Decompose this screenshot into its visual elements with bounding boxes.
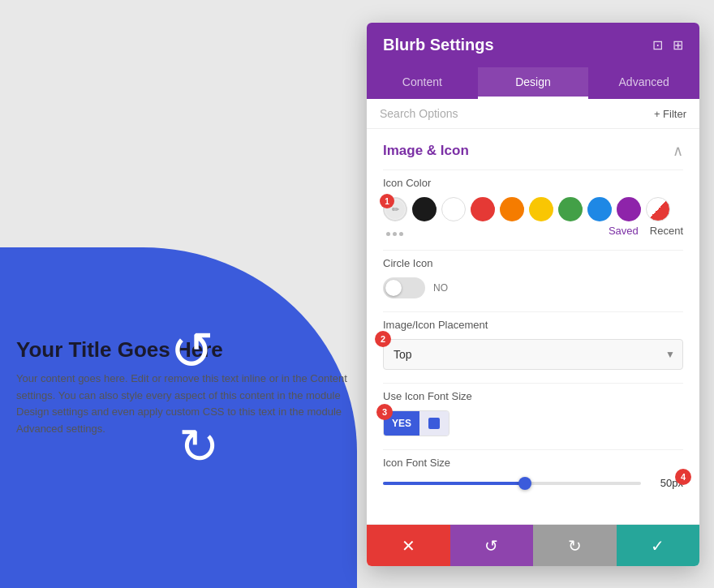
swatch-blue[interactable] <box>587 197 612 221</box>
tab-design[interactable]: Design <box>478 67 589 99</box>
circle-icon-toggle[interactable] <box>383 277 425 298</box>
redo-button[interactable]: ↻ <box>533 525 617 566</box>
icon-color-label: Icon Color <box>383 177 683 189</box>
color-swatches: 1 ✏ <box>383 197 683 221</box>
swatch-footer-labels: Saved Recent <box>609 225 683 237</box>
swatch-more-dots[interactable] <box>383 225 403 236</box>
swatch-diagonal[interactable] <box>646 197 670 221</box>
placement-select[interactable]: Top Left Right Bottom <box>383 339 683 370</box>
slider-row: 50px 4 <box>383 477 683 489</box>
badge-1: 1 <box>380 194 394 208</box>
dot1 <box>386 232 390 236</box>
tab-advanced[interactable]: Advanced <box>588 67 699 99</box>
slider-track <box>383 482 641 485</box>
saved-label[interactable]: Saved <box>609 225 639 237</box>
placement-field: Image/Icon Placement 2 Top Left Right Bo… <box>367 312 699 383</box>
panel-search: Search Options + Filter <box>367 99 699 129</box>
badge-2: 2 <box>375 331 391 347</box>
resize-icon[interactable]: ⊡ <box>652 37 663 53</box>
slider-fill <box>383 482 525 485</box>
section-title-image-icon: Image & Icon <box>383 143 469 159</box>
refresh-icon: ↻ <box>170 320 214 381</box>
swatch-green[interactable] <box>558 197 583 221</box>
panel-toolbar: ✕ ↺ ↻ ✓ <box>367 524 699 566</box>
swatch-black[interactable] <box>412 197 437 221</box>
yes-toggle-box <box>419 411 449 436</box>
panel-body: Image & Icon ∧ Icon Color 1 ✏ <box>367 129 699 524</box>
undo-button[interactable]: ↺ <box>450 525 534 566</box>
placement-label: Image/Icon Placement <box>383 319 683 331</box>
use-icon-font-size-label: Use Icon Font Size <box>383 390 683 402</box>
tab-content[interactable]: Content <box>367 67 478 99</box>
swatch-red[interactable] <box>471 197 495 221</box>
swatch-yellow[interactable] <box>529 197 553 221</box>
yes-knob <box>428 418 440 429</box>
use-icon-font-size-toggle[interactable]: YES <box>383 410 449 436</box>
swatch-footer: Saved Recent <box>383 225 683 237</box>
icon-color-field: Icon Color 1 ✏ <box>367 170 699 250</box>
toggle-knob <box>385 280 402 296</box>
use-icon-font-size-field: Use Icon Font Size 3 YES <box>367 384 699 449</box>
icon-font-size-field: Icon Font Size 50px 4 <box>367 450 699 502</box>
badge-4: 4 <box>675 469 691 485</box>
circle-icon-label: Circle Icon <box>383 257 683 269</box>
panel-tabs: Content Design Advanced <box>367 67 699 99</box>
slider-thumb[interactable] <box>518 477 531 490</box>
settings-panel: Blurb Settings ⊡ ⊞ Content Design Advanc… <box>367 23 699 566</box>
search-placeholder[interactable]: Search Options <box>380 107 458 120</box>
icon-font-size-label: Icon Font Size <box>383 457 683 469</box>
yes-toggle-wrapper: 3 YES <box>383 410 449 436</box>
swatch-orange[interactable] <box>500 197 524 221</box>
filter-button[interactable]: + Filter <box>654 108 686 120</box>
circle-icon-value: NO <box>433 282 448 294</box>
swatch-purple[interactable] <box>617 197 641 221</box>
dot2 <box>393 232 397 236</box>
panel-header: Blurb Settings ⊡ ⊞ <box>367 23 699 67</box>
badge-3: 3 <box>376 404 393 420</box>
circle-icon-toggle-row: NO <box>383 277 683 298</box>
dot3 <box>399 232 403 236</box>
recent-label[interactable]: Recent <box>650 225 683 237</box>
placement-select-wrapper: 2 Top Left Right Bottom ▼ <box>383 339 683 370</box>
columns-icon[interactable]: ⊞ <box>673 37 683 53</box>
section-collapse-toggle[interactable]: ∧ <box>673 142 683 160</box>
section-image-icon: Image & Icon ∧ <box>367 129 699 170</box>
panel-title: Blurb Settings <box>383 36 494 54</box>
cancel-button[interactable]: ✕ <box>367 525 450 566</box>
swatch-white[interactable] <box>441 197 466 221</box>
circle-icon-field: Circle Icon NO <box>367 251 699 311</box>
swatch-custom[interactable]: 1 ✏ <box>383 197 407 221</box>
confirm-button[interactable]: ✓ <box>617 525 700 566</box>
panel-header-icons: ⊡ ⊞ <box>652 37 683 53</box>
placement-select-container: Top Left Right Bottom ▼ <box>383 339 683 370</box>
